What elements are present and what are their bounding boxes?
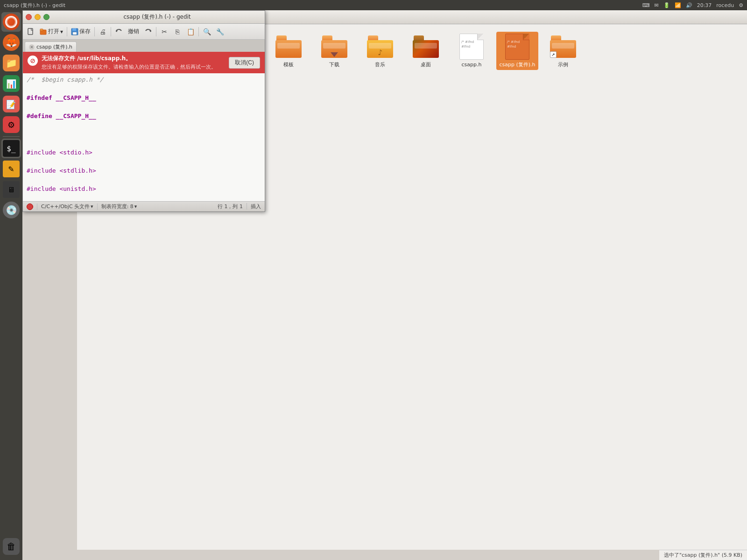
new-file-button[interactable] xyxy=(25,26,37,38)
code-line: #define __CSAPP_H__ xyxy=(23,112,265,121)
file-label-csapp-h: csapp.h xyxy=(462,62,482,68)
window-close-button[interactable] xyxy=(26,14,32,20)
status-separator-1 xyxy=(37,203,37,210)
tabwidth-selector[interactable]: 制表符宽度: 8 ▾ xyxy=(101,203,137,210)
code-line xyxy=(23,194,265,202)
undo-label-button[interactable]: 撤销 xyxy=(126,26,141,38)
dock: 🦊 📁 📊 📝 ⚙ $_ ✎ 🖥 💿 🗑 xyxy=(0,10,22,560)
file-item-csapp-copy[interactable]: /* #ifnd #lfnd csapp (复件).h xyxy=(496,32,538,70)
toolbar-separator-4 xyxy=(156,27,156,36)
settings-icon[interactable]: ⚙ xyxy=(739,2,743,8)
redo-button[interactable] xyxy=(142,26,154,38)
file-icon-csapp-h: /* #ifnd #lfnd xyxy=(458,34,485,60)
dock-item-terminal[interactable]: $_ xyxy=(1,139,21,158)
mail-icon[interactable]: ✉ xyxy=(654,2,658,8)
volume-icon[interactable]: 🔊 xyxy=(686,2,692,8)
fm-status-bar: 选中了"csapp (复件).h" (5.9 KB) xyxy=(659,550,747,560)
tabwidth-arrow: ▾ xyxy=(134,203,137,210)
undo-text: 撤销 xyxy=(128,28,139,35)
undo-button[interactable] xyxy=(113,26,125,38)
language-arrow: ▾ xyxy=(91,203,93,210)
find-button[interactable]: 🔍 xyxy=(201,26,213,38)
open-button[interactable]: 打开 ▾ xyxy=(38,26,65,38)
open-label: 打开 xyxy=(48,28,59,35)
error-text-block: 无法保存文件 /usr/lib/csapp.h。 您没有足够的权限保存该文件。请… xyxy=(42,55,225,70)
dock-item-text[interactable]: 📝 xyxy=(1,94,21,114)
firefox-icon: 🦊 xyxy=(3,34,20,51)
folder-icon-downloads xyxy=(321,34,347,60)
code-line: #ifndef __CSAPP_H__ xyxy=(23,93,265,103)
files-icon: 📁 xyxy=(3,55,20,71)
dock-item-trash[interactable]: 🗑 xyxy=(1,537,21,556)
language-label: C/C++/ObjC 头文件 xyxy=(41,203,90,210)
dock-divider xyxy=(3,136,20,137)
cut-button[interactable]: ✂ xyxy=(158,26,170,38)
keyboard-icon[interactable]: ⌨ xyxy=(642,2,650,8)
dock-item-gedit[interactable]: ✎ xyxy=(1,159,21,179)
gedit-icon: ✎ xyxy=(3,161,20,177)
toolbar-separator-2 xyxy=(94,27,95,36)
insert-mode: 插入 xyxy=(251,203,261,210)
svg-rect-4 xyxy=(72,28,76,31)
dock-item-settings[interactable]: ⚙ xyxy=(1,115,21,134)
status-right: 行 1，列 1 插入 xyxy=(218,203,261,210)
language-selector[interactable]: C/C++/ObjC 头文件 ▾ xyxy=(41,203,93,210)
code-line: /* $begin csapp.h */ xyxy=(23,75,265,84)
code-line xyxy=(23,130,265,139)
print-button[interactable]: 🖨 xyxy=(97,26,109,38)
settings-app-icon: ⚙ xyxy=(3,116,20,133)
save-button[interactable]: 保存 xyxy=(69,26,92,38)
battery-icon[interactable]: 🔋 xyxy=(663,2,670,8)
terminal-icon: $_ xyxy=(3,140,20,157)
file-item-downloads[interactable]: 下载 xyxy=(313,32,355,70)
tools-button[interactable]: 🔧 xyxy=(214,26,226,38)
network-icon[interactable]: 📶 xyxy=(675,2,681,8)
code-line xyxy=(23,157,265,167)
gedit-window: csapp (复件).h (-) - gedit 打开 ▾ 保存 🖨 撤销 ✂ xyxy=(22,10,265,212)
file-item-templates[interactable]: 模板 xyxy=(268,32,310,70)
dock-item-disc[interactable]: 💿 xyxy=(1,200,21,220)
file-item-examples[interactable]: ↗ 示例 xyxy=(542,32,584,70)
error-bar: ⊘ 无法保存文件 /usr/lib/csapp.h。 您没有足够的权限保存该文件… xyxy=(23,52,265,73)
folder-templates xyxy=(275,35,302,58)
file-item-music[interactable]: ♪ 音乐 xyxy=(359,32,401,70)
tabwidth-label: 制表符宽度: 8 xyxy=(101,203,134,210)
copy-button[interactable]: ⎘ xyxy=(171,26,183,38)
tab-close-button[interactable]: ✕ xyxy=(29,44,35,50)
username[interactable]: rocedu xyxy=(716,2,734,8)
dock-item-display[interactable]: 🖥 xyxy=(1,180,21,199)
code-editor[interactable]: /* $begin csapp.h */ #ifndef __CSAPP_H__… xyxy=(23,73,265,201)
paste-button[interactable]: 📋 xyxy=(184,26,197,38)
system-tray: ⌨ ✉ 🔋 📶 🔊 20:37 rocedu ⚙ xyxy=(642,2,743,8)
svg-rect-0 xyxy=(28,28,33,35)
window-maximize-button[interactable] xyxy=(43,14,49,20)
cursor-position: 行 1，列 1 xyxy=(218,203,243,210)
selected-file-icon: /* #ifnd #lfnd xyxy=(505,34,529,60)
code-line: #include <stdio.h> xyxy=(23,148,265,157)
code-line: #include <unistd.h> xyxy=(23,184,265,194)
code-line xyxy=(23,84,265,94)
svg-rect-2 xyxy=(40,29,43,31)
file-label-csapp-copy: csapp (复件).h xyxy=(499,62,535,68)
ubuntu-icon xyxy=(3,14,20,30)
code-line xyxy=(23,139,265,148)
dock-item-ubuntu[interactable] xyxy=(1,12,21,32)
file-tab[interactable]: ✕ csapp (复件).h xyxy=(25,42,77,52)
folder-icon-examples: ↗ xyxy=(550,34,576,60)
save-label: 保存 xyxy=(79,28,91,35)
tab-bar: ✕ csapp (复件).h xyxy=(23,40,265,52)
file-item-csapp-h[interactable]: /* #ifnd #lfnd csapp.h xyxy=(451,32,493,70)
window-minimize-button[interactable] xyxy=(35,14,41,20)
toolbar-separator-3 xyxy=(111,27,111,36)
dock-item-spreadsheet[interactable]: 📊 xyxy=(1,74,21,93)
tab-label: csapp (复件).h xyxy=(36,43,72,50)
dock-item-firefox[interactable]: 🦊 xyxy=(1,33,21,52)
file-icon-csapp-copy: /* #ifnd #lfnd xyxy=(504,34,530,60)
error-cancel-button[interactable]: 取消(C) xyxy=(229,57,260,69)
dock-item-files[interactable]: 📁 xyxy=(1,53,21,73)
folder-desktop xyxy=(413,35,439,58)
file-item-desktop[interactable]: 桌面 xyxy=(405,32,447,70)
file-label-examples: 示例 xyxy=(558,62,568,68)
code-line xyxy=(23,175,265,185)
shortcut-icon: ↗ xyxy=(550,51,557,58)
